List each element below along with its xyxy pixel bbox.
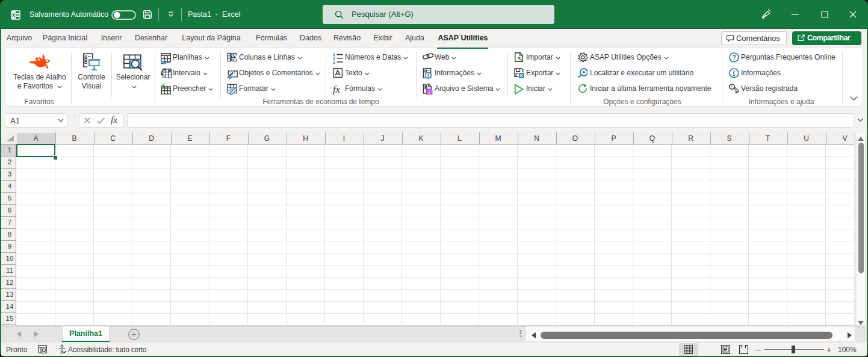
svg-text:fx: fx [333,84,341,95]
svg-text:3: 3 [333,60,335,64]
svg-text:?: ? [733,54,736,61]
